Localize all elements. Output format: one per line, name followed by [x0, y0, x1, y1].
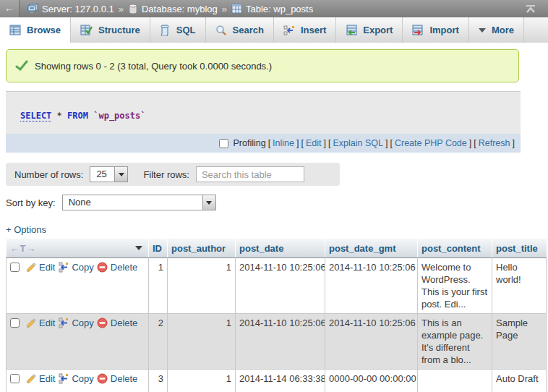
tab-more[interactable]: More — [469, 17, 524, 43]
explain-sql-link[interactable]: Explain SQL — [333, 138, 382, 148]
insert-icon — [283, 25, 295, 36]
cell-post-date: 2014-11-10 10:25:06 — [236, 258, 325, 314]
cell-id: 3 — [149, 370, 168, 392]
sql-keyword-select[interactable]: SELECT — [20, 111, 51, 122]
cell-post-content: Welcome to WordPress. This is your first… — [418, 258, 492, 314]
edit-row-link[interactable]: Edit — [26, 372, 55, 385]
copy-row-link[interactable]: Copy — [58, 372, 93, 385]
cell-id: 2 — [149, 314, 168, 370]
sql-query-text: SELECT * FROM `wp_posts` — [6, 91, 521, 134]
row-checkbox[interactable] — [10, 263, 20, 272]
copy-icon — [58, 318, 69, 328]
bracket: ] — [469, 138, 471, 148]
tab-structure[interactable]: Structure — [71, 17, 150, 43]
bracket: ] — [296, 138, 299, 148]
success-message: Showing rows 0 - 2 (3 total, Query took … — [6, 49, 519, 82]
edit-query-link[interactable]: Edit — [306, 138, 322, 148]
database-icon — [128, 4, 138, 14]
column-header-id[interactable]: ID — [149, 239, 168, 258]
cell-post-content — [418, 370, 492, 392]
sql-query-box: SELECT * FROM `wp_posts` Profiling [ Inl… — [6, 91, 521, 153]
column-browse-control[interactable]: ←T→ — [10, 243, 37, 254]
tab-search[interactable]: Search — [206, 17, 274, 43]
delete-row-link[interactable]: Delete — [97, 317, 138, 329]
bracket: ] — [385, 138, 388, 148]
copy-icon — [58, 262, 69, 273]
tab-insert[interactable]: Insert — [274, 17, 336, 43]
delete-icon — [97, 318, 108, 328]
tab-import-label: Import — [429, 25, 458, 35]
breadcrumb: Server: 127.0.0.1 » Database: myblog » T… — [20, 3, 525, 14]
structure-icon — [80, 25, 93, 35]
bracket: [ — [474, 138, 476, 148]
collapse-sidebar-button[interactable]: ← — [0, 0, 20, 17]
results-table: ←T→ ID post_author post_date post_date_g… — [6, 239, 547, 392]
server-icon — [27, 3, 38, 14]
chevron-down-icon — [114, 167, 127, 182]
column-header-post-author[interactable]: post_author — [168, 239, 236, 258]
delete-icon — [97, 262, 108, 273]
cell-post-title: Auto Draft — [492, 370, 547, 392]
cell-post-title: Sample Page — [492, 314, 547, 370]
cell-post-date: 2014-11-14 06:33:38 — [236, 370, 325, 392]
copy-label: Copy — [72, 317, 93, 329]
profiling-label: Profiling — [233, 138, 265, 148]
scroll-to-top-icon[interactable] — [525, 4, 536, 14]
actions-header: ←T→ — [7, 239, 149, 258]
breadcrumb-database[interactable]: Database: myblog — [128, 4, 218, 14]
breadcrumb-server[interactable]: Server: 127.0.0.1 — [27, 3, 114, 14]
tab-import[interactable]: Import — [403, 17, 468, 43]
inline-link[interactable]: Inline — [273, 138, 294, 148]
edit-row-link[interactable]: Edit — [26, 261, 55, 273]
cell-post-author: 1 — [168, 258, 236, 314]
sql-footer-bar: Profiling [ Inline ] [ Edit ] [ Explain … — [6, 134, 521, 153]
success-message-text: Showing rows 0 - 2 (3 total, Query took … — [35, 61, 272, 72]
tab-export[interactable]: Export — [336, 17, 403, 43]
cell-post-title: Hello world! — [492, 258, 547, 314]
edit-label: Edit — [39, 261, 55, 273]
column-header-post-content[interactable]: post_content — [418, 239, 492, 258]
edit-label: Edit — [39, 372, 55, 385]
filter-rows-input[interactable] — [196, 166, 304, 182]
tab-sql[interactable]: SQL — [150, 17, 206, 43]
bracket: ] — [324, 138, 326, 148]
row-actions-cell: Edit Copy Delete — [7, 314, 149, 370]
delete-icon — [97, 373, 108, 384]
row-actions-cell: Edit Copy Delete — [7, 370, 149, 392]
create-php-code-link[interactable]: Create PHP Code — [395, 138, 467, 148]
breadcrumb-database-label: Database: myblog — [142, 4, 218, 14]
export-icon — [346, 25, 357, 35]
row-checkbox[interactable] — [10, 318, 20, 328]
column-header-post-date-gmt[interactable]: post_date_gmt — [325, 239, 418, 258]
delete-row-link[interactable]: Delete — [97, 261, 138, 273]
table-icon — [231, 4, 242, 14]
number-of-rows-value: 25 — [90, 167, 112, 182]
options-toggle-link[interactable]: + Options — [6, 224, 46, 235]
number-of-rows-select[interactable]: 25 — [90, 166, 128, 182]
sql-icon — [160, 25, 171, 36]
refresh-link[interactable]: Refresh — [479, 138, 510, 148]
bracket: ] — [513, 138, 515, 148]
delete-row-link[interactable]: Delete — [97, 372, 138, 385]
bracket: [ — [301, 138, 303, 148]
breadcrumb-table[interactable]: Table: wp_posts — [231, 4, 313, 14]
row-checkbox[interactable] — [10, 374, 20, 383]
sort-by-key-select[interactable]: None — [62, 195, 216, 210]
pencil-icon — [26, 374, 36, 384]
edit-row-link[interactable]: Edit — [26, 317, 55, 329]
column-header-post-date[interactable]: post_date — [236, 239, 325, 258]
chevron-down-icon[interactable] — [135, 246, 142, 250]
copy-row-link[interactable]: Copy — [58, 317, 93, 329]
copy-label: Copy — [72, 261, 93, 273]
tab-sql-label: SQL — [176, 25, 196, 35]
edit-label: Edit — [39, 317, 55, 329]
tab-browse[interactable]: Browse — [0, 17, 71, 43]
sql-table-name: `wp_posts` — [93, 111, 145, 121]
cell-post-date: 2014-11-10 10:25:06 — [236, 314, 325, 370]
profiling-checkbox[interactable] — [219, 139, 228, 148]
tab-structure-label: Structure — [98, 25, 140, 35]
sql-keyword-from: FROM — [67, 111, 88, 121]
copy-row-link[interactable]: Copy — [58, 261, 93, 273]
sql-star: * — [57, 111, 62, 121]
column-header-post-title[interactable]: post_title — [492, 239, 547, 258]
